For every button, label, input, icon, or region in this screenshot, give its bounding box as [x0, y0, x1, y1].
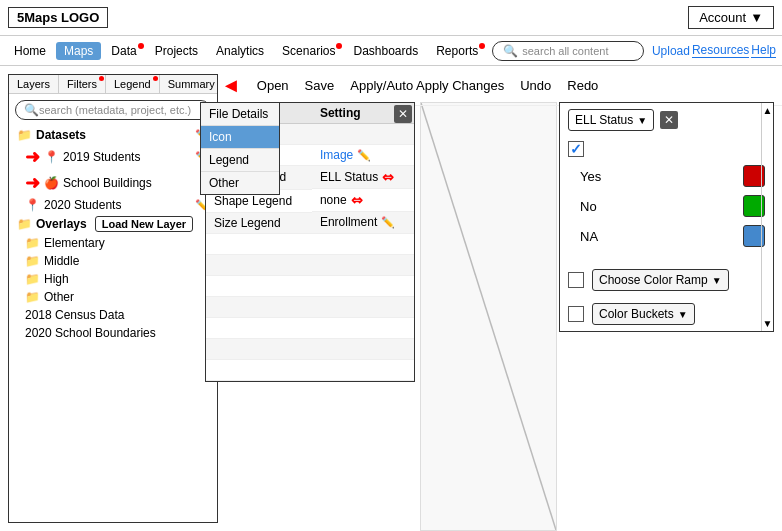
overlay-census[interactable]: 2018 Census Data: [9, 306, 217, 324]
resources-link[interactable]: Resources: [692, 43, 749, 58]
overlay-high[interactable]: 📁 High: [9, 270, 217, 288]
overlay-elementary[interactable]: 📁 Elementary: [9, 234, 217, 252]
panel-search[interactable]: 🔍 search (metadata, project, etc.): [15, 100, 211, 120]
help-link[interactable]: Help: [751, 43, 776, 58]
prop-icon-legend-setting[interactable]: Image ✏️: [312, 145, 414, 166]
ctx-other[interactable]: Other: [201, 172, 279, 194]
middle-toolbar: ◄ Open Save Apply/Auto Apply Changes Und…: [205, 66, 782, 106]
choose-color-ramp-label: Choose Color Ramp: [599, 273, 708, 287]
data-dot: [138, 43, 144, 49]
folder-icon-3: 📁: [25, 236, 40, 250]
nav-data[interactable]: Data: [103, 42, 144, 60]
color-item-yes: Yes: [560, 161, 773, 191]
color-item-na: NA: [560, 221, 773, 251]
ctx-file-details[interactable]: File Details: [201, 103, 279, 126]
redo-button[interactable]: Redo: [567, 78, 598, 93]
na-label: NA: [580, 229, 598, 244]
choose-color-ramp-dropdown[interactable]: Choose Color Ramp ▼: [592, 269, 729, 291]
back-arrow-button[interactable]: ◄: [221, 74, 241, 97]
prop-row-empty6: [206, 338, 414, 359]
color-buckets-checkbox[interactable]: [568, 306, 584, 322]
shape-legend-arrow[interactable]: ⇔: [351, 192, 363, 208]
reports-dot: [479, 43, 485, 49]
color-ramp-checkbox[interactable]: [568, 272, 584, 288]
search-icon: 🔍: [503, 44, 518, 58]
overlay-middle[interactable]: 📁 Middle: [9, 252, 217, 270]
layer-2019-students[interactable]: ➜ 📍 2019 Students ✏️: [9, 144, 217, 170]
scroll-up-arrow[interactable]: ▲: [761, 103, 775, 118]
apple-icon: 🍎: [44, 176, 59, 190]
tab-filters[interactable]: Filters: [59, 75, 106, 93]
panel-search-icon: 🔍: [24, 103, 39, 117]
icon-legend-edit[interactable]: ✏️: [357, 149, 371, 161]
open-button[interactable]: Open: [257, 78, 289, 93]
choose-color-ramp-row: Choose Color Ramp ▼: [560, 263, 773, 297]
color-buckets-label: Color Buckets: [599, 307, 674, 321]
panel-search-placeholder: search (metadata, project, etc.): [39, 104, 191, 116]
right-panel-close[interactable]: ✕: [660, 111, 678, 129]
nav-dashboards[interactable]: Dashboards: [345, 42, 426, 60]
prop-row-empty5: [206, 317, 414, 338]
nav-analytics[interactable]: Analytics: [208, 42, 272, 60]
pin-icon: 📍: [44, 150, 59, 164]
nav-projects[interactable]: Projects: [147, 42, 206, 60]
account-label: Account: [699, 10, 746, 25]
load-new-layer-button[interactable]: Load New Layer: [95, 216, 193, 232]
left-panel: Layers Filters Legend Summary 🔍 search (…: [8, 74, 218, 523]
prop-row-empty3: [206, 275, 414, 296]
prop-row-size-legend: Size Legend Enrollment ✏️: [206, 212, 414, 233]
prop-shape-legend-setting: none ⇔: [312, 189, 414, 212]
ctx-icon[interactable]: Icon: [201, 126, 279, 149]
legend-tab-dot: [153, 76, 158, 81]
prop-row-empty2: [206, 254, 414, 275]
color-buckets-arrow: ▼: [678, 309, 688, 320]
app-logo[interactable]: 5Maps LOGO: [8, 7, 108, 28]
scenarios-dot: [336, 43, 342, 49]
layer-school-buildings[interactable]: ➜ 🍎 School Buildings: [9, 170, 217, 196]
color-ramp-arrow: ▼: [712, 275, 722, 286]
tab-layers[interactable]: Layers: [9, 75, 59, 93]
ctx-legend[interactable]: Legend: [201, 149, 279, 172]
undo-button[interactable]: Undo: [520, 78, 551, 93]
folder-icon: 📁: [17, 128, 32, 142]
folder-icon-2: 📁: [17, 217, 32, 231]
nav-reports[interactable]: Reports: [428, 42, 486, 60]
folder-icon-4: 📁: [25, 254, 40, 268]
color-item-no: No: [560, 191, 773, 221]
color-legend-arrow[interactable]: ⇔: [382, 169, 394, 185]
panel-tabs: Layers Filters Legend Summary: [9, 75, 217, 94]
save-button[interactable]: Save: [305, 78, 335, 93]
overlay-other[interactable]: 📁 Other: [9, 288, 217, 306]
scroll-down-arrow[interactable]: ▼: [761, 316, 775, 331]
account-button[interactable]: Account ▼: [688, 6, 774, 29]
yes-label: Yes: [580, 169, 601, 184]
image-link[interactable]: Image: [320, 148, 353, 162]
color-buckets-dropdown[interactable]: Color Buckets ▼: [592, 303, 695, 325]
arrow-right-icon-2: ➜: [25, 172, 40, 194]
nav-maps[interactable]: Maps: [56, 42, 101, 60]
nav-scenarios[interactable]: Scenarios: [274, 42, 343, 60]
prop-size-legend-setting: Enrollment ✏️: [312, 212, 414, 233]
upload-link[interactable]: Upload: [652, 44, 690, 58]
nav-home[interactable]: Home: [6, 42, 54, 60]
right-panel-scrollbar[interactable]: ▲ ▼: [761, 103, 773, 331]
overlay-boundaries[interactable]: 2020 School Boundaries: [9, 324, 217, 342]
ell-status-checkbox[interactable]: ✓: [568, 141, 584, 157]
datasets-header: 📁 Datasets ✏️: [9, 126, 217, 144]
property-panel-close[interactable]: ✕: [394, 105, 412, 123]
ell-dropdown-arrow: ▼: [637, 115, 647, 126]
prop-row-empty7: [206, 359, 414, 380]
ell-status-dropdown[interactable]: ELL Status ▼: [568, 109, 654, 131]
account-chevron-icon: ▼: [750, 10, 763, 25]
right-panel: ELL Status ▼ ✕ ✓ Yes No NA: [559, 102, 774, 332]
layer-2020-students[interactable]: 📍 2020 Students ✏️: [9, 196, 217, 214]
context-menu: File Details Icon Legend Other: [200, 102, 280, 195]
prop-row-empty4: [206, 296, 414, 317]
size-legend-edit[interactable]: ✏️: [381, 216, 395, 228]
global-search[interactable]: 🔍 search all content: [492, 41, 644, 61]
pin-icon-2: 📍: [25, 198, 40, 212]
tab-legend[interactable]: Legend: [106, 75, 160, 93]
apply-button[interactable]: Apply/Auto Apply Changes: [350, 78, 504, 93]
ell-status-label: ELL Status: [575, 113, 633, 127]
overlays-header: 📁 Overlays Load New Layer: [9, 214, 217, 234]
